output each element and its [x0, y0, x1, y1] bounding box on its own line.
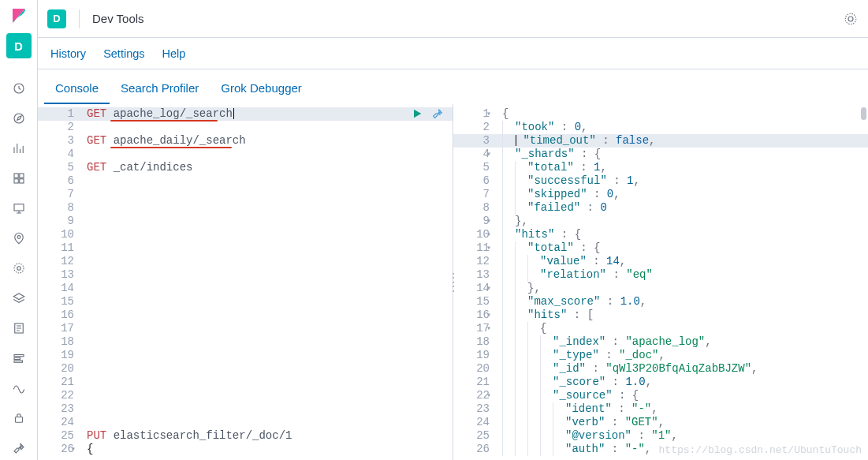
svg-point-15	[845, 13, 856, 24]
svg-point-8	[14, 264, 24, 273]
breadcrumb-app-name: Dev Tools	[92, 12, 144, 25]
request-editor-pane[interactable]: 1234567891011121314151617181920212223242…	[38, 104, 453, 460]
svg-rect-14	[15, 417, 22, 423]
request-code[interactable]: GET apache_log/_search GET apache_daily/…	[82, 104, 453, 460]
svg-rect-13	[14, 361, 23, 362]
svg-rect-3	[19, 174, 23, 178]
svg-point-16	[848, 17, 853, 21]
subnav-history[interactable]: History	[50, 47, 86, 60]
svg-rect-12	[14, 357, 20, 359]
devtools-subnav: History Settings Help	[38, 38, 868, 69]
subnav-settings[interactable]: Settings	[103, 47, 144, 60]
ml-icon[interactable]	[9, 259, 28, 278]
svg-rect-2	[14, 174, 18, 178]
canvas-icon[interactable]	[9, 199, 28, 218]
svg-point-1	[14, 114, 24, 123]
maps-icon[interactable]	[9, 229, 28, 248]
request-options-icon[interactable]	[430, 107, 445, 121]
breadcrumb-app-badge[interactable]: D	[47, 9, 66, 28]
watermark-text: https://blog.csdn.net/UbuntuTouch	[659, 443, 862, 457]
response-code: {"took" : 0, "timed_out" : false,"_shard…	[497, 104, 868, 460]
dashboard-icon[interactable]	[9, 169, 28, 188]
svg-rect-6	[14, 204, 24, 211]
devtools-tabs: Console Search Profiler Grok Debugger	[38, 69, 868, 104]
subnav-help[interactable]: Help	[162, 47, 186, 60]
svg-rect-5	[19, 179, 23, 183]
left-nav-rail: D	[0, 0, 38, 460]
visualize-icon[interactable]	[9, 139, 28, 158]
uptime-icon[interactable]	[9, 379, 28, 398]
apm-icon[interactable]	[9, 349, 28, 368]
tab-grok-debugger[interactable]: Grok Debugger	[210, 73, 313, 104]
security-icon[interactable]	[9, 409, 28, 428]
app-switcher-devtools[interactable]: D	[6, 33, 32, 58]
response-gutter: 1▾234▾56789▾10▾11▾121314▾1516▾17▾1819202…	[453, 104, 497, 460]
kibana-logo-icon[interactable]	[9, 6, 28, 25]
help-menu-icon[interactable]	[843, 11, 859, 27]
infrastructure-icon[interactable]	[9, 289, 28, 308]
console-editor-split: 1234567891011121314151617181920212223242…	[38, 104, 868, 460]
breadcrumb-separator	[79, 9, 80, 28]
svg-point-9	[17, 267, 20, 271]
recent-icon[interactable]	[9, 79, 28, 98]
top-bar: D Dev Tools	[38, 0, 868, 38]
svg-rect-4	[14, 179, 18, 183]
pane-resize-handle[interactable]	[451, 273, 456, 292]
response-editor-pane[interactable]: 1▾234▾56789▾10▾11▾121314▾1516▾17▾1819202…	[453, 104, 868, 460]
svg-rect-11	[14, 355, 24, 357]
svg-point-7	[17, 236, 20, 239]
tab-console[interactable]: Console	[44, 73, 110, 104]
discover-icon[interactable]	[9, 109, 28, 128]
logs-icon[interactable]	[9, 319, 28, 338]
run-request-icon[interactable]	[410, 107, 424, 121]
dev-tools-icon[interactable]	[9, 439, 28, 458]
tab-search-profiler[interactable]: Search Profiler	[110, 73, 210, 104]
request-gutter: 1234567891011121314151617181920212223242…	[38, 104, 82, 460]
